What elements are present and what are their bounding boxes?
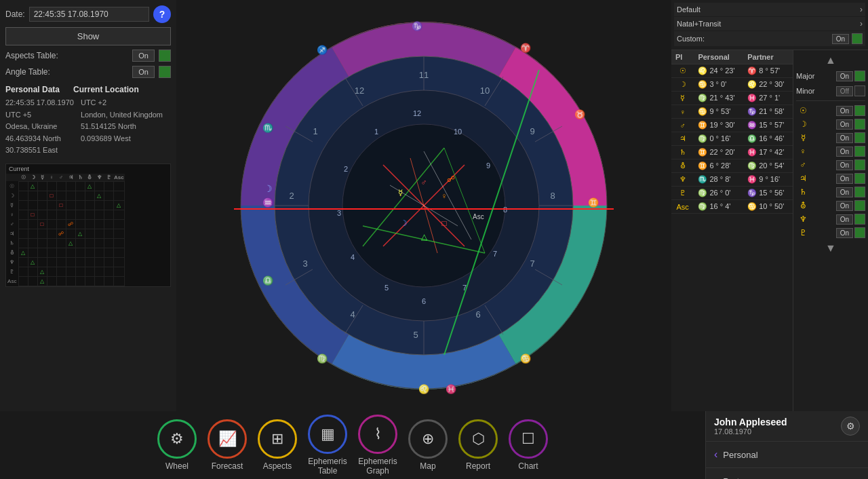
user-tab-partners[interactable]: ‹ Partners: [706, 468, 868, 479]
mini-aspect-cell: [66, 210, 75, 219]
planet-ctrl-toggle[interactable]: On: [836, 119, 853, 130]
nav-button-report[interactable]: ⬡Report: [458, 419, 498, 471]
mini-aspect-cell: △: [37, 276, 47, 286]
planet-ctrl-checkbox[interactable]: [854, 173, 865, 184]
scroll-up-arrow[interactable]: ▲: [796, 53, 865, 68]
nav-label: Ephemeris Table: [308, 457, 347, 476]
planet-ctrl-toggle[interactable]: On: [836, 201, 853, 211]
minor-checkbox[interactable]: [854, 85, 865, 96]
planet-symbol: ⛢: [671, 159, 694, 173]
nav-button-map[interactable]: ⊕Map: [408, 419, 448, 471]
mini-aspect-cell: [85, 200, 94, 210]
svg-text:♍: ♍: [317, 353, 328, 364]
table-row: ♂ ♊ 19 ° 30' ♒ 15 ° 57': [671, 119, 793, 132]
col-partner: Partner: [743, 50, 793, 64]
nav-button-chart[interactable]: ☐Chart: [509, 419, 548, 471]
mini-aspect-cell: [18, 210, 28, 219]
mini-aspect-cell: [75, 257, 85, 267]
angle-table-toggle[interactable]: On: [132, 66, 155, 78]
mini-aspect-cell: △: [75, 229, 85, 238]
minor-toggle[interactable]: Off: [836, 86, 853, 96]
preset-custom-toggle[interactable]: On: [832, 34, 849, 44]
planet-ctrl-checkbox[interactable]: [854, 187, 865, 197]
aspects-table-checkbox[interactable]: [159, 50, 171, 62]
planet-ctrl-checkbox[interactable]: [854, 227, 865, 238]
nav-button-forecast[interactable]: 📈Forecast: [208, 419, 247, 471]
major-checkbox[interactable]: [854, 71, 865, 81]
planet-ctrl-symbol: ☽: [796, 119, 810, 129]
svg-text:2: 2: [289, 191, 294, 201]
help-button[interactable]: ?: [153, 5, 171, 23]
planet-ctrl-toggle[interactable]: On: [836, 228, 853, 238]
planet-ctrl-toggle[interactable]: On: [836, 214, 853, 225]
svg-text:7: 7: [530, 258, 534, 269]
nav-button-ephemeris-table[interactable]: ▦Ephemeris Table: [308, 415, 347, 476]
mini-aspect-cell: [28, 248, 37, 257]
planet-ctrl-toggle[interactable]: On: [836, 160, 853, 170]
planet-symbol: Asc: [671, 200, 694, 214]
nav-label: Aspects: [263, 461, 292, 471]
mini-aspect-cell: [47, 276, 56, 286]
nav-button-ephemeris-graph[interactable]: ⌇Ephemeris Graph: [358, 415, 397, 476]
aspects-table-toggle[interactable]: On: [132, 50, 155, 62]
planet-ctrl-toggle[interactable]: On: [836, 187, 853, 197]
mini-aspect-cell: □: [28, 210, 37, 219]
mini-table-row: ♆△: [6, 257, 125, 267]
planet-ctrl-checkbox[interactable]: [854, 146, 865, 157]
mini-aspect-cell: [66, 181, 75, 191]
planet-ctrl-row: ♃ On: [796, 172, 865, 185]
preset-custom-checkbox[interactable]: [852, 33, 863, 44]
planet-ctrl-symbol: ♀: [796, 147, 810, 156]
preset-default-arrow[interactable]: ›: [860, 5, 863, 14]
svg-text:♎: ♎: [262, 275, 274, 286]
mini-aspect-cell: [94, 248, 104, 257]
personal-pos: ♍ 0 ° 16': [694, 132, 743, 146]
nav-label: Report: [466, 461, 490, 471]
planet-ctrl-toggle[interactable]: On: [836, 147, 853, 157]
nav-button-wheel[interactable]: ⚙Wheel: [157, 419, 197, 471]
planet-ctrl-checkbox[interactable]: [854, 159, 865, 170]
mini-aspect-cell: △: [28, 257, 37, 267]
mini-table-col-header: ♀: [47, 174, 56, 182]
mini-aspect-cell: [104, 257, 113, 267]
preset-natal-transit[interactable]: Natal+Transit ›: [674, 17, 865, 31]
user-name: John Appleseed: [714, 417, 787, 427]
svg-text:5: 5: [413, 330, 418, 340]
personal-data-title: Personal Data: [5, 85, 60, 94]
planet-ctrl-checkbox[interactable]: [854, 119, 865, 130]
gear-button[interactable]: ⚙: [841, 417, 860, 436]
planet-ctrl-toggle[interactable]: On: [836, 174, 853, 184]
major-toggle[interactable]: On: [836, 71, 853, 81]
mini-aspect-cell: [104, 219, 113, 229]
planet-ctrl-toggle[interactable]: On: [836, 106, 853, 116]
planet-ctrl-checkbox[interactable]: [854, 105, 865, 116]
planet-ctrl-checkbox[interactable]: [854, 132, 865, 143]
scroll-down-arrow[interactable]: ▼: [796, 241, 865, 256]
preset-natal-arrow[interactable]: ›: [860, 19, 863, 28]
mini-aspect-cell: [113, 257, 125, 267]
mini-aspect-cell: [37, 257, 47, 267]
mini-table-row: ♀□: [6, 210, 125, 219]
mini-aspect-cell: [104, 248, 113, 257]
mini-aspect-cell: [94, 276, 104, 286]
mini-aspect-cell: □: [56, 200, 66, 210]
user-card: John Appleseed 17.08.1970 ⚙ ‹ Personal ‹…: [705, 411, 868, 479]
angle-table-checkbox[interactable]: [159, 66, 171, 78]
mini-aspect-cell: [56, 238, 66, 248]
planet-ctrl-checkbox[interactable]: [854, 214, 865, 225]
user-tab-personal[interactable]: ‹ Personal: [706, 442, 868, 468]
mini-aspect-cell: [94, 229, 104, 238]
planet-ctrl-symbol: ♆: [796, 214, 810, 224]
mini-aspect-cell: [75, 248, 85, 257]
preset-default[interactable]: Default ›: [674, 3, 865, 16]
preset-custom: Custom: On: [674, 31, 865, 46]
planet-ctrl-row: ♇ On: [796, 226, 865, 240]
planet-ctrl-symbol: ⛢: [796, 201, 810, 210]
planet-ctrl-toggle[interactable]: On: [836, 133, 853, 143]
nav-button-aspects[interactable]: ⊞Aspects: [258, 419, 297, 471]
show-button[interactable]: Show: [5, 27, 171, 45]
planet-ctrl-checkbox[interactable]: [854, 200, 865, 211]
svg-text:♉: ♉: [574, 109, 586, 120]
date-input[interactable]: [29, 7, 149, 22]
personal-location: Odesa, Ukraine: [5, 121, 74, 133]
